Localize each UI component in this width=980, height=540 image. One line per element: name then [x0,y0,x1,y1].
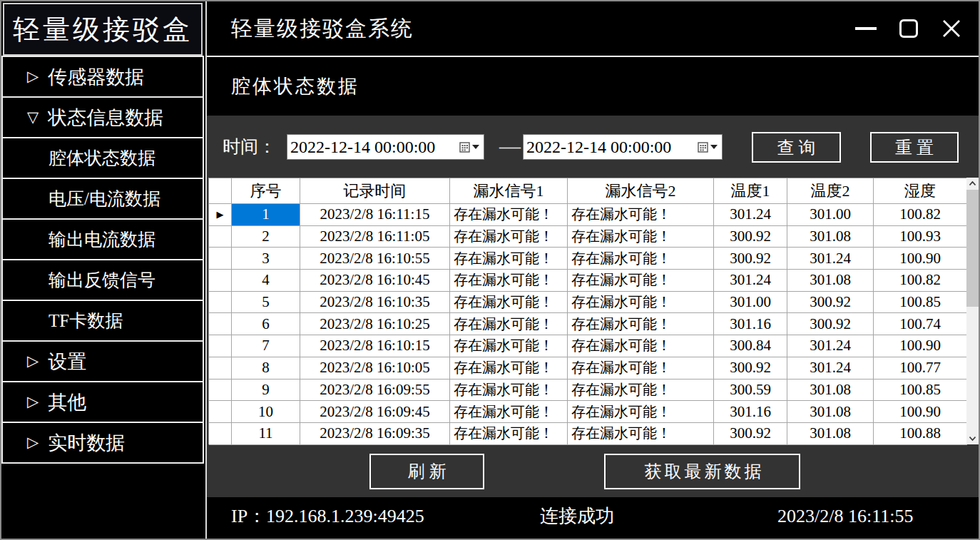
column-header-leak1[interactable]: 漏水信号1 [450,178,568,204]
row-header-cell[interactable]: ▶ [209,226,232,248]
get-latest-button[interactable]: 获取最新数据 [604,454,800,489]
cell-temp2[interactable]: 301.08 [787,423,874,445]
cell-time[interactable]: 2023/2/8 16:10:55 [300,248,450,270]
cell-temp2[interactable]: 301.08 [787,379,874,402]
cell-humidity[interactable]: 100.90 [874,401,967,423]
close-button[interactable] [940,17,963,40]
cell-leak1[interactable]: 存在漏水可能！ [450,248,568,270]
cell-time[interactable]: 2023/2/8 16:11:05 [300,226,450,248]
cell-humidity[interactable]: 100.88 [874,423,967,445]
cell-leak1[interactable]: 存在漏水可能！ [450,313,568,335]
cell-leak2[interactable]: 存在漏水可能！ [568,379,714,402]
cell-time[interactable]: 2023/2/8 16:09:35 [300,423,450,445]
table-row[interactable]: ▶ 4 2023/2/8 16:10:45 存在漏水可能！ 存在漏水可能！ 30… [209,270,966,292]
table-row[interactable]: ▶ 6 2023/2/8 16:10:25 存在漏水可能！ 存在漏水可能！ 30… [209,313,966,335]
sidebar-item[interactable]: ▷ 其他 [1,381,204,423]
cell-leak1[interactable]: 存在漏水可能！ [450,292,568,314]
cell-temp2[interactable]: 301.08 [787,401,874,423]
cell-leak1[interactable]: 存在漏水可能！ [450,335,568,357]
cell-temp2[interactable]: 300.92 [787,313,874,335]
sidebar-item[interactable]: ▷ 传感器数据 [1,56,204,98]
cell-temp2[interactable]: 301.08 [787,270,874,292]
cell-leak2[interactable]: 存在漏水可能！ [568,248,714,270]
sidebar-item[interactable]: ▷ 设置 [1,340,204,382]
cell-seq[interactable]: 5 [232,292,300,314]
vertical-scrollbar[interactable] [966,178,979,444]
start-time-input[interactable]: 2022-12-14 00:00:00 [287,134,484,160]
cell-temp1[interactable]: 300.84 [714,335,787,357]
cell-humidity[interactable]: 100.74 [874,313,967,335]
minimize-button[interactable] [854,17,877,40]
cell-time[interactable]: 2023/2/8 16:10:45 [300,270,450,292]
cell-temp1[interactable]: 300.92 [714,423,787,445]
cell-humidity[interactable]: 100.82 [874,204,967,226]
table-row[interactable]: ▶ 7 2023/2/8 16:10:15 存在漏水可能！ 存在漏水可能！ 30… [209,335,966,357]
cell-temp1[interactable]: 301.16 [714,313,787,335]
cell-seq[interactable]: 6 [232,313,300,335]
cell-temp1[interactable]: 301.00 [714,292,787,314]
cell-time[interactable]: 2023/2/8 16:10:15 [300,335,450,357]
cell-seq[interactable]: 4 [232,270,300,292]
table-row[interactable]: ▶ 9 2023/2/8 16:09:55 存在漏水可能！ 存在漏水可能！ 30… [209,379,966,402]
cell-time[interactable]: 2023/2/8 16:10:25 [300,313,450,335]
cell-time[interactable]: 2023/2/8 16:10:35 [300,292,450,314]
sidebar-item[interactable]: 电压/电流数据 [1,178,204,220]
sidebar-item[interactable]: 输出反馈信号 [1,259,204,301]
row-header-cell[interactable]: ▶ [209,204,232,226]
table-row[interactable]: ▶ 3 2023/2/8 16:10:55 存在漏水可能！ 存在漏水可能！ 30… [209,248,966,270]
table-row[interactable]: ▶ 8 2023/2/8 16:10:05 存在漏水可能！ 存在漏水可能！ 30… [209,357,966,379]
cell-seq[interactable]: 1 [232,204,300,226]
cell-temp1[interactable]: 300.92 [714,248,787,270]
cell-seq[interactable]: 3 [232,248,300,270]
cell-seq[interactable]: 10 [232,401,300,423]
cell-humidity[interactable]: 100.85 [874,292,967,314]
column-header-temp2[interactable]: 温度2 [787,178,874,204]
cell-temp2[interactable]: 301.24 [787,248,874,270]
cell-leak2[interactable]: 存在漏水可能！ [568,226,714,248]
cell-temp2[interactable]: 301.08 [787,226,874,248]
cell-temp2[interactable]: 301.24 [787,335,874,357]
row-header-cell[interactable]: ▶ [209,248,232,270]
cell-temp2[interactable]: 301.24 [787,357,874,379]
sidebar-item[interactable]: TF卡数据 [1,300,204,342]
cell-humidity[interactable]: 100.90 [874,248,967,270]
table-row[interactable]: ▶ 1 2023/2/8 16:11:15 存在漏水可能！ 存在漏水可能！ 30… [209,204,966,226]
cell-temp1[interactable]: 301.24 [714,270,787,292]
sidebar-item[interactable]: ▽ 状态信息数据 [1,96,204,138]
row-header-cell[interactable]: ▶ [209,313,232,335]
cell-leak1[interactable]: 存在漏水可能！ [450,379,568,402]
maximize-button[interactable] [897,17,920,40]
table-row[interactable]: ▶ 10 2023/2/8 16:09:45 存在漏水可能！ 存在漏水可能！ 3… [209,401,966,423]
cell-humidity[interactable]: 100.90 [874,335,967,357]
cell-temp2[interactable]: 300.92 [787,292,874,314]
cell-seq[interactable]: 11 [232,423,300,445]
row-header-cell[interactable]: ▶ [209,401,232,423]
cell-leak2[interactable]: 存在漏水可能！ [568,335,714,357]
column-header-temp1[interactable]: 温度1 [714,178,787,204]
row-header-cell[interactable]: ▶ [209,379,232,402]
column-header-leak2[interactable]: 漏水信号2 [568,178,714,204]
cell-leak2[interactable]: 存在漏水可能！ [568,270,714,292]
cell-seq[interactable]: 2 [232,226,300,248]
cell-leak2[interactable]: 存在漏水可能！ [568,401,714,423]
cell-humidity[interactable]: 100.77 [874,357,967,379]
cell-leak2[interactable]: 存在漏水可能！ [568,423,714,445]
column-header-humidity[interactable]: 湿度 [874,178,967,204]
cell-leak1[interactable]: 存在漏水可能！ [450,401,568,423]
column-header-time[interactable]: 记录时间 [300,178,450,204]
cell-humidity[interactable]: 100.82 [874,270,967,292]
cell-temp1[interactable]: 300.92 [714,357,787,379]
row-header-cell[interactable]: ▶ [209,335,232,357]
cell-leak1[interactable]: 存在漏水可能！ [450,357,568,379]
cell-time[interactable]: 2023/2/8 16:09:45 [300,401,450,423]
cell-seq[interactable]: 9 [232,379,300,402]
row-header-cell[interactable]: ▶ [209,357,232,379]
sidebar-item[interactable]: 输出电流数据 [1,218,204,260]
cell-temp1[interactable]: 300.92 [714,226,787,248]
cell-leak2[interactable]: 存在漏水可能！ [568,357,714,379]
cell-leak2[interactable]: 存在漏水可能！ [568,292,714,314]
row-header-cell[interactable]: ▶ [209,270,232,292]
cell-temp1[interactable]: 300.59 [714,379,787,402]
cell-seq[interactable]: 8 [232,357,300,379]
sidebar-item[interactable]: 腔体状态数据 [1,137,204,179]
